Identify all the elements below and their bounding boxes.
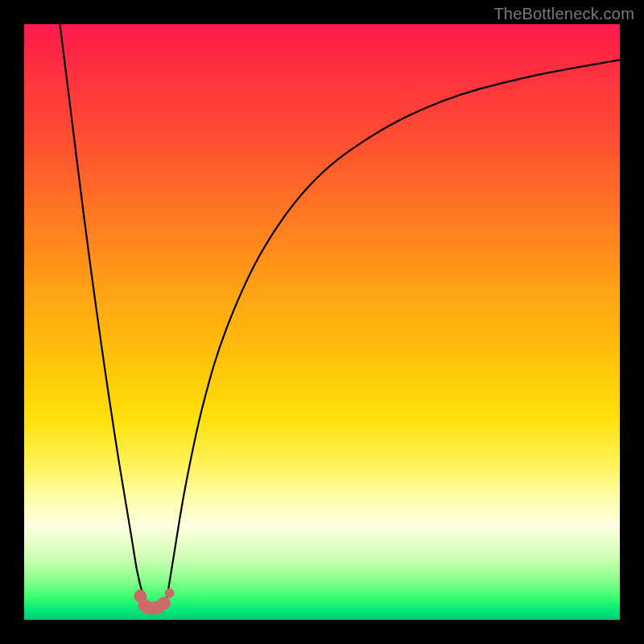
chart-curve xyxy=(164,60,620,608)
chart-curve xyxy=(60,24,148,608)
chart-svg xyxy=(24,24,620,620)
chart-dot xyxy=(165,588,175,598)
chart-dot xyxy=(158,597,171,609)
watermark-text: TheBottleneck.com xyxy=(493,5,634,23)
plot-area xyxy=(24,24,620,620)
chart-frame: TheBottleneck.com xyxy=(0,0,644,644)
